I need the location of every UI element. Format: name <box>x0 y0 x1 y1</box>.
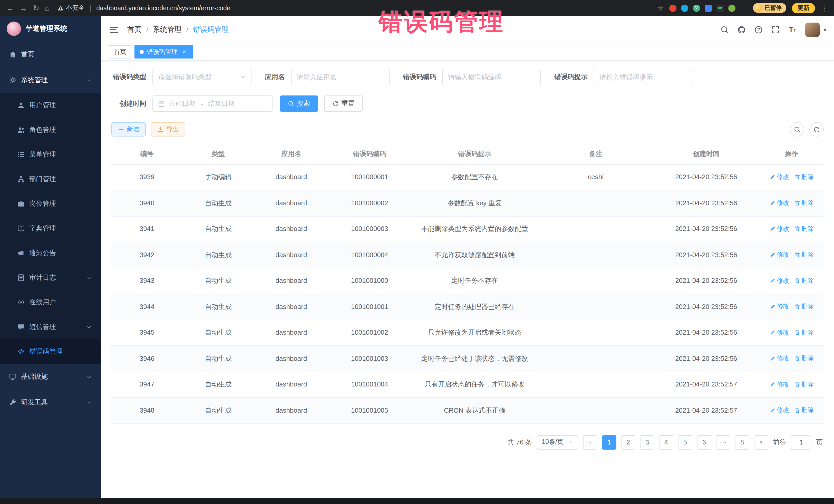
pager-goto-input[interactable] <box>791 435 811 450</box>
font-size-icon[interactable]: TT <box>788 26 796 34</box>
pager-page-button[interactable]: 3 <box>640 435 654 450</box>
extension-grid-icon[interactable] <box>705 4 712 12</box>
pager-more-button[interactable]: ··· <box>716 435 730 450</box>
fullscreen-icon[interactable] <box>771 26 780 34</box>
edit-link[interactable]: 修改 <box>770 406 789 415</box>
search-icon[interactable] <box>721 26 729 34</box>
user-icon <box>18 102 25 109</box>
table-row: 3946自动生成dashboard1001001003定时任务已经处于该状态，无… <box>111 346 824 372</box>
sidebar-item[interactable]: 字典管理 <box>0 216 101 241</box>
sidebar-toggle-icon[interactable] <box>109 25 119 35</box>
edit-link[interactable]: 修改 <box>770 276 789 285</box>
security-label: 不安全 <box>66 4 84 12</box>
pager-next-button[interactable]: › <box>754 435 768 450</box>
delete-link[interactable]: 删除 <box>794 328 814 337</box>
edit-link[interactable]: 修改 <box>770 354 789 363</box>
edit-link[interactable]: 修改 <box>770 328 789 337</box>
range-separator: - <box>201 100 203 108</box>
delete-link[interactable]: 删除 <box>794 406 814 415</box>
close-icon[interactable]: × <box>181 48 188 56</box>
chevron-down-icon <box>240 74 246 80</box>
tag-item[interactable]: 首页 <box>109 45 131 59</box>
cell-hint: 定时任务已经处于该状态，无需修改 <box>411 346 539 372</box>
reload-icon[interactable]: ↻ <box>33 4 39 12</box>
sidebar-item[interactable]: 首页 <box>0 42 101 67</box>
pager-prev-button[interactable]: ‹ <box>583 435 597 450</box>
back-icon[interactable]: ← <box>6 4 14 12</box>
browser-menu-icon[interactable]: ⋮ <box>821 4 828 12</box>
sidebar-item[interactable]: 研发工具 <box>0 390 101 415</box>
edit-icon <box>770 407 775 413</box>
sidebar-item[interactable]: 审计日志 <box>0 265 101 290</box>
pager-page-button[interactable]: 8 <box>735 435 749 450</box>
app-name-input[interactable] <box>291 69 390 85</box>
sidebar-item[interactable]: 短信管理 <box>0 314 101 339</box>
sidebar-item[interactable]: 在线用户 <box>0 290 101 314</box>
breadcrumb-item[interactable]: 首页 <box>127 25 142 35</box>
sidebar-item[interactable]: 基础设施 <box>0 364 101 390</box>
delete-link[interactable]: 删除 <box>794 276 814 285</box>
breadcrumb-item[interactable]: 系统管理 <box>153 25 182 35</box>
sidebar-item[interactable]: 错误码管理 <box>0 339 101 364</box>
sidebar-item[interactable]: 用户管理 <box>0 93 101 117</box>
delete-link[interactable]: 删除 <box>794 250 814 259</box>
chevron-down-icon[interactable]: ▾ <box>824 27 826 32</box>
forward-icon[interactable]: → <box>20 4 27 12</box>
extension-blue-icon[interactable] <box>681 4 688 12</box>
user-avatar[interactable] <box>805 23 820 37</box>
select-placeholder: 请选择错误码类型 <box>158 72 240 82</box>
edit-link[interactable]: 修改 <box>770 224 789 233</box>
github-icon[interactable] <box>738 26 746 34</box>
security-indicator[interactable]: 不安全 <box>57 4 84 12</box>
help-icon[interactable]: ? <box>754 26 763 34</box>
app-logo[interactable]: 芋道管理系统 <box>0 16 101 42</box>
delete-link[interactable]: 删除 <box>794 379 814 389</box>
extension-red-icon[interactable] <box>669 4 676 12</box>
address-bar[interactable]: dashboard.yudao.iocoder.cn/system/error-… <box>96 4 231 12</box>
sidebar-item[interactable]: 岗位管理 <box>0 192 101 216</box>
tag-active[interactable]: 错误码管理× <box>134 45 193 59</box>
browser-update-button[interactable]: 更新 <box>792 3 815 13</box>
browser-home-icon[interactable]: ⌂ <box>45 4 49 12</box>
export-button[interactable]: 导出 <box>151 122 185 136</box>
cell-id: 3939 <box>111 164 183 190</box>
pager-page-button[interactable]: 4 <box>659 435 673 450</box>
sidebar-item[interactable]: 部门管理 <box>0 167 101 192</box>
date-range-picker[interactable]: 开始日期 - 结束日期 <box>152 95 272 112</box>
refresh-table-button[interactable] <box>809 122 824 136</box>
vue-devtools-icon[interactable]: V <box>693 4 700 12</box>
pager-page-button[interactable]: 2 <box>621 435 635 450</box>
pager-page-button[interactable]: 6 <box>697 435 711 450</box>
edit-link[interactable]: 修改 <box>770 379 789 389</box>
extension-green-icon[interactable] <box>728 4 736 12</box>
sidebar-item[interactable]: 角色管理 <box>0 117 101 142</box>
delete-link[interactable]: 删除 <box>794 354 814 363</box>
cell-actions: 修改删除 <box>760 268 824 294</box>
error-hint-input[interactable] <box>594 69 692 85</box>
edit-link[interactable]: 修改 <box>770 250 789 259</box>
error-type-select[interactable]: 请选择错误码类型 <box>152 69 251 85</box>
edit-link[interactable]: 修改 <box>770 198 789 207</box>
reset-button[interactable]: 重置 <box>324 95 363 112</box>
profile-chip[interactable]: 已暂停 <box>753 3 786 13</box>
delete-link[interactable]: 删除 <box>794 198 814 207</box>
add-button[interactable]: 新增 <box>111 122 146 136</box>
pin-extension-icon[interactable] <box>740 4 747 12</box>
edit-link[interactable]: 修改 <box>770 172 789 181</box>
filter-group-app: 应用名 <box>265 69 390 85</box>
proxy-switch-icon[interactable]: on <box>717 4 724 12</box>
sidebar-item[interactable]: 通知公告 <box>0 241 101 265</box>
error-code-input[interactable] <box>442 69 541 85</box>
delete-link[interactable]: 删除 <box>794 172 814 181</box>
search-button[interactable]: 搜索 <box>280 95 318 112</box>
edit-link[interactable]: 修改 <box>770 302 789 311</box>
page-size-select[interactable]: 10条/页 <box>536 435 578 450</box>
pager-page-button[interactable]: 5 <box>678 435 692 450</box>
delete-link[interactable]: 删除 <box>794 302 814 311</box>
toggle-search-button[interactable] <box>790 122 804 136</box>
sidebar-item[interactable]: 菜单管理 <box>0 142 101 167</box>
bookmark-star-icon[interactable]: ☆ <box>657 4 664 12</box>
pager-page-button[interactable]: 1 <box>602 435 616 450</box>
sidebar-item[interactable]: 系统管理 <box>0 67 101 93</box>
delete-link[interactable]: 删除 <box>794 224 814 233</box>
